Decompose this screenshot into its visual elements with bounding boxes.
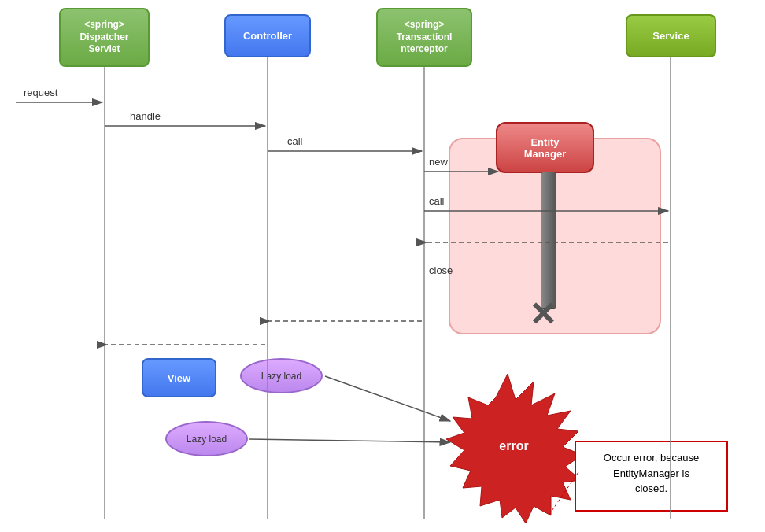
view-box: View [142, 358, 216, 397]
actor-dispatcher: <spring>DispatcherServlet [59, 8, 150, 67]
error-callout-line3: closed. [584, 481, 719, 497]
actor-transaction-interceptor: <spring>TransactionInterceptor [376, 8, 472, 67]
svg-text:request: request [24, 87, 58, 98]
svg-text:handle: handle [130, 110, 161, 122]
activation-bar [541, 172, 556, 309]
svg-text:new: new [429, 156, 448, 168]
sequence-diagram: <spring>DispatcherServlet Controller <sp… [0, 0, 765, 532]
svg-line-16 [325, 376, 450, 421]
error-callout: Occur error, because EntityManager is cl… [575, 441, 728, 512]
svg-text:call: call [287, 135, 303, 147]
entity-manager-box: EntityManager [496, 122, 594, 173]
error-callout-line2: EntityManager is [584, 466, 719, 482]
svg-text:call: call [429, 195, 445, 207]
svg-line-17 [249, 439, 450, 442]
actor-service: Service [626, 14, 716, 57]
lazy-load-2: Lazy load [165, 421, 248, 456]
x-mark: ✕ [529, 295, 556, 334]
actor-controller: Controller [224, 14, 311, 57]
lazy-load-1: Lazy load [240, 358, 323, 393]
error-callout-line1: Occur error, because [584, 450, 719, 466]
svg-marker-0 [446, 374, 582, 523]
error-label: error [499, 439, 528, 453]
